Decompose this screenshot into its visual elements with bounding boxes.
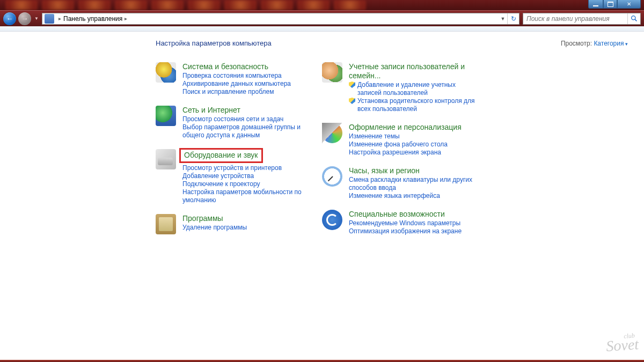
- accessibility-icon: [322, 210, 342, 230]
- category-link[interactable]: Смена раскладки клавиатуры или других сп…: [349, 176, 478, 192]
- toolbar: [0, 26, 644, 32]
- category-title[interactable]: Система и безопасность: [182, 62, 311, 71]
- svg-point-0: [632, 16, 635, 20]
- category-title[interactable]: Программы: [182, 214, 311, 223]
- watermark: club Sovet: [605, 333, 639, 352]
- category-link[interactable]: Изменение темы: [349, 132, 478, 141]
- close-button[interactable]: [617, 0, 641, 9]
- category-network-internet: Сеть и Интернет Просмотр состояния сети …: [156, 106, 311, 139]
- category-link[interactable]: Установка родительского контроля для все…: [349, 97, 478, 113]
- svg-line-1: [635, 19, 636, 21]
- category-link[interactable]: Изменение фона рабочего стола: [349, 141, 478, 149]
- users-icon: [322, 62, 342, 83]
- category-link[interactable]: Добавление устройства: [182, 172, 311, 180]
- breadcrumb-root[interactable]: Панель управления: [63, 15, 122, 23]
- address-dropdown-icon[interactable]: ▼: [499, 16, 507, 21]
- navigation-bar: ← → ▼ ▸ Панель управления ▸ ▼ ↻: [0, 10, 644, 26]
- category-link[interactable]: Оптимизация изображения на экране: [349, 227, 478, 235]
- address-bar[interactable]: ▸ Панель управления ▸ ▼ ↻: [42, 13, 519, 25]
- view-dropdown[interactable]: Категория: [594, 40, 628, 47]
- category-appearance: Оформление и персонализация Изменение те…: [322, 123, 478, 157]
- search-icon[interactable]: [627, 13, 640, 24]
- category-title[interactable]: Сеть и Интернет: [182, 106, 311, 115]
- category-system-security: Система и безопасность Проверка состояни…: [156, 62, 311, 96]
- page-title: Настройка параметров компьютера: [156, 39, 272, 47]
- window-titlebar: [0, 0, 644, 10]
- category-link[interactable]: Удаление программы: [182, 224, 311, 232]
- category-programs: Программы Удаление программы: [156, 214, 311, 234]
- breadcrumb-sep-icon: ▸: [56, 16, 63, 21]
- breadcrumb-sep-icon: ▸: [122, 16, 129, 21]
- category-link[interactable]: Добавление и удаление учетных записей по…: [349, 81, 478, 97]
- globe-icon: [156, 106, 176, 126]
- category-ease-of-access: Специальные возможности Рекомендуемые Wi…: [322, 210, 478, 235]
- forward-button: →: [18, 12, 31, 25]
- category-link[interactable]: Настройка параметров мобильности по умол…: [182, 188, 311, 204]
- window-bottom-border: [0, 360, 644, 362]
- minimize-button[interactable]: [588, 0, 603, 9]
- back-button[interactable]: ←: [3, 12, 16, 25]
- category-link[interactable]: Поиск и исправление проблем: [182, 88, 311, 96]
- window-controls: [588, 0, 641, 9]
- box-icon: [156, 214, 176, 234]
- category-user-accounts: Учетные записи пользователей и семейн...…: [322, 62, 478, 113]
- clock-icon: [322, 166, 342, 187]
- category-link[interactable]: Изменение языка интерфейса: [349, 192, 478, 200]
- printer-icon: [156, 149, 176, 169]
- category-title[interactable]: Специальные возможности: [349, 210, 478, 219]
- maximize-button[interactable]: [603, 0, 617, 9]
- left-column: Система и безопасность Проверка состояни…: [156, 62, 311, 245]
- category-hardware-sound: Оборудование и звук Просмотр устройств и…: [156, 149, 311, 204]
- search-input[interactable]: [523, 15, 627, 23]
- category-link[interactable]: Рекомендуемые Windows параметры: [349, 219, 478, 227]
- category-title[interactable]: Учетные записи пользователей и семейн...: [349, 62, 478, 80]
- shield-icon: [156, 62, 176, 83]
- category-title[interactable]: Оформление и персонализация: [349, 123, 478, 132]
- category-link[interactable]: Просмотр состояния сети и задач: [182, 115, 311, 123]
- category-link[interactable]: Настройка разрешения экрана: [349, 149, 478, 157]
- search-box[interactable]: [523, 13, 641, 25]
- category-clock-language-region: Часы, язык и регион Смена раскладки клав…: [322, 166, 478, 200]
- category-link[interactable]: Подключение к проектору: [182, 180, 311, 188]
- category-link[interactable]: Выбор параметров домашней группы и общег…: [182, 123, 311, 139]
- control-panel-icon: [45, 14, 54, 24]
- category-link[interactable]: Проверка состояния компьютера: [182, 72, 311, 80]
- category-link[interactable]: Архивирование данных компьютера: [182, 80, 311, 88]
- category-title-highlighted[interactable]: Оборудование и звук: [179, 148, 263, 163]
- right-column: Учетные записи пользователей и семейн...…: [322, 62, 478, 245]
- category-link[interactable]: Просмотр устройств и принтеров: [182, 164, 311, 172]
- refresh-button[interactable]: ↻: [507, 13, 519, 24]
- monitor-icon: [322, 123, 342, 143]
- history-dropdown[interactable]: ▼: [33, 13, 40, 24]
- category-title[interactable]: Часы, язык и регион: [349, 166, 478, 175]
- content-area: Настройка параметров компьютера Просмотр…: [0, 32, 644, 245]
- view-label: Просмотр:: [561, 40, 592, 47]
